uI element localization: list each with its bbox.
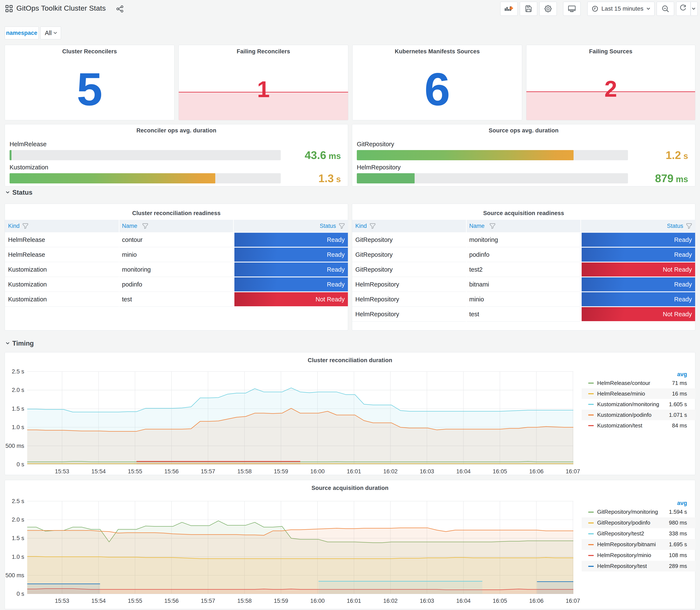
- svg-text:16:02: 16:02: [384, 598, 398, 604]
- svg-text:15:54: 15:54: [92, 468, 106, 475]
- svg-text:15:53: 15:53: [55, 468, 69, 475]
- svg-text:16:03: 16:03: [420, 468, 434, 475]
- svg-text:15:56: 15:56: [164, 598, 179, 604]
- svg-text:16:01: 16:01: [347, 468, 361, 475]
- svg-text:15:54: 15:54: [92, 598, 106, 604]
- svg-text:15:56: 15:56: [164, 468, 179, 475]
- svg-text:2.0 s: 2.0 s: [12, 387, 24, 393]
- svg-text:2.5 s: 2.5 s: [12, 498, 24, 504]
- svg-text:15:58: 15:58: [238, 598, 252, 604]
- svg-text:15:57: 15:57: [201, 468, 215, 475]
- svg-text:2.5 s: 2.5 s: [12, 368, 24, 375]
- svg-text:16:00: 16:00: [310, 598, 325, 604]
- svg-text:16:02: 16:02: [384, 468, 398, 475]
- svg-text:500 ms: 500 ms: [5, 572, 24, 579]
- svg-text:500 ms: 500 ms: [5, 443, 24, 449]
- svg-text:2.0 s: 2.0 s: [12, 516, 24, 523]
- svg-text:16:07: 16:07: [566, 598, 580, 604]
- svg-text:15:57: 15:57: [201, 598, 215, 604]
- svg-text:0 s: 0 s: [17, 461, 24, 468]
- svg-text:16:07: 16:07: [566, 468, 580, 475]
- svg-text:16:04: 16:04: [456, 468, 471, 475]
- svg-text:1.5 s: 1.5 s: [12, 405, 24, 412]
- svg-text:1.0 s: 1.0 s: [12, 554, 24, 560]
- svg-text:16:00: 16:00: [310, 468, 325, 475]
- svg-text:15:53: 15:53: [55, 598, 69, 604]
- svg-text:16:05: 16:05: [493, 468, 507, 475]
- svg-text:1.0 s: 1.0 s: [12, 424, 24, 430]
- svg-text:1.5 s: 1.5 s: [12, 535, 24, 541]
- svg-text:16:06: 16:06: [529, 468, 543, 475]
- svg-text:16:05: 16:05: [493, 598, 507, 604]
- svg-text:15:59: 15:59: [274, 598, 288, 604]
- svg-text:16:03: 16:03: [420, 598, 434, 604]
- svg-text:0 s: 0 s: [17, 591, 24, 597]
- svg-text:15:55: 15:55: [128, 468, 142, 475]
- svg-text:15:59: 15:59: [274, 468, 288, 475]
- svg-text:16:06: 16:06: [529, 598, 543, 604]
- svg-text:15:55: 15:55: [128, 598, 142, 604]
- svg-text:16:01: 16:01: [347, 598, 361, 604]
- svg-text:16:04: 16:04: [456, 598, 471, 604]
- svg-text:15:58: 15:58: [238, 468, 252, 475]
